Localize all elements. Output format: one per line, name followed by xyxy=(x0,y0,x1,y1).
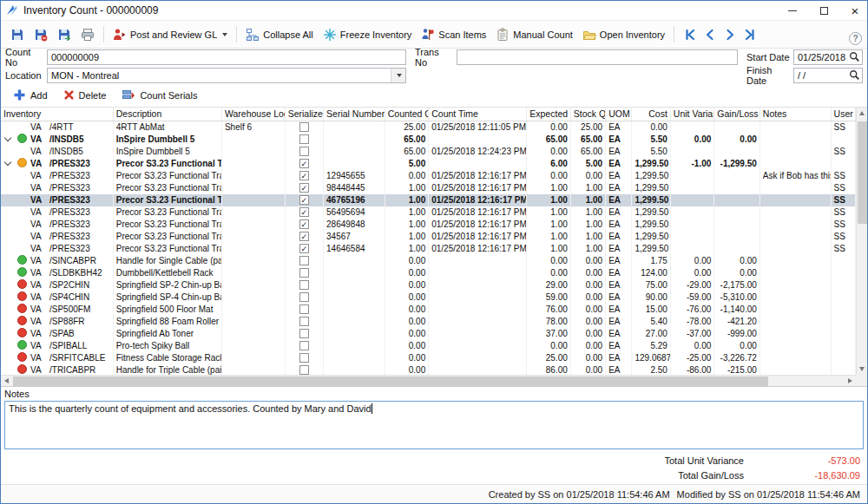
table-row[interactable]: VA/SPIBALL Pro-tech Spiky Ball 0.00 0.00… xyxy=(1,340,856,352)
serialized-checkbox[interactable]: ✓ xyxy=(299,232,309,241)
column-header-counted-qty[interactable]: Counted Qty xyxy=(385,108,428,121)
serialized-checkbox[interactable] xyxy=(299,134,309,144)
table-row[interactable]: VA/SP88FR Springfield 88 Foam Roller 0.0… xyxy=(1,316,856,328)
table-row[interactable]: VA/PRES323 Precor S3.23 Functional Train… xyxy=(1,219,856,231)
cell-uom: EA xyxy=(606,121,632,134)
table-row[interactable]: VA/SP500FM Springfield 500 Floor Mat 0.0… xyxy=(1,304,856,316)
serialized-checkbox[interactable] xyxy=(299,147,309,156)
location-dropdown[interactable]: MON - Montreal xyxy=(47,68,406,83)
minimize-button[interactable] xyxy=(787,4,798,16)
help-icon[interactable]: ? xyxy=(849,32,862,45)
close-button[interactable]: × xyxy=(850,4,860,16)
chevron-down-icon[interactable] xyxy=(391,69,405,82)
freeze-inventory-button[interactable]: Freeze Inventory xyxy=(319,24,417,45)
print-button[interactable] xyxy=(76,24,99,45)
serialized-checkbox[interactable] xyxy=(299,256,309,265)
column-header-description[interactable]: Description xyxy=(113,108,221,121)
table-row[interactable]: VA/PRES323 Precor S3.23 Functional Train… xyxy=(1,158,856,170)
last-record-button[interactable] xyxy=(743,28,757,42)
total-gain-loss-label: Total Gain/Loss xyxy=(678,470,744,481)
table-row[interactable]: VA/PRES323 Precor S3.23 Functional Train… xyxy=(1,243,856,255)
serialized-checkbox[interactable] xyxy=(299,365,309,375)
serialized-checkbox[interactable] xyxy=(299,341,309,350)
cell-inventory: VA/SINCABPR xyxy=(1,255,113,267)
vertical-scroll-thumb[interactable] xyxy=(858,121,867,224)
serialized-checkbox[interactable] xyxy=(299,317,309,326)
trans-no-field[interactable] xyxy=(457,49,738,65)
search-icon[interactable] xyxy=(849,51,860,62)
table-row[interactable]: VA/SLDBKBH42 Dumbbell/Kettlebell Rack 0.… xyxy=(1,267,856,279)
scroll-down-arrow[interactable] xyxy=(859,367,865,371)
search-icon[interactable] xyxy=(849,69,860,81)
maximize-button[interactable] xyxy=(819,4,829,16)
table-row[interactable]: VA/PRES323 Precor S3.23 Functional Train… xyxy=(1,170,856,182)
serialized-checkbox[interactable]: ✓ xyxy=(299,183,309,193)
serialized-checkbox[interactable] xyxy=(299,292,309,302)
column-header-gain-loss[interactable]: Gain/Loss xyxy=(714,108,760,121)
finish-date-field[interactable]: / / xyxy=(793,68,863,83)
serialized-checkbox[interactable]: ✓ xyxy=(299,159,309,168)
add-button[interactable]: Add xyxy=(8,86,53,104)
table-row[interactable]: VA/SP4CHIN Springfield SP-4 Chin-up Bar … xyxy=(1,291,856,304)
column-header-serialized[interactable]: Serialized xyxy=(285,108,323,121)
start-date-field[interactable]: 01/25/2018 xyxy=(793,49,863,65)
serialized-checkbox[interactable]: ✓ xyxy=(299,195,309,205)
open-inventory-button[interactable]: Open Inventory xyxy=(578,24,669,45)
serialized-checkbox[interactable]: ✓ xyxy=(299,219,309,229)
count-no-field[interactable]: 000000009 xyxy=(47,49,406,65)
status-dot xyxy=(17,134,30,146)
column-header-count-time[interactable]: Count Time xyxy=(429,108,527,121)
column-header-inventory[interactable]: Inventory xyxy=(1,108,113,121)
save-new-button[interactable] xyxy=(53,24,76,45)
serialized-checkbox[interactable]: ✓ xyxy=(299,171,309,180)
table-row[interactable]: VA/PRES323 Precor S3.23 Functional Train… xyxy=(1,206,856,219)
serialized-checkbox[interactable] xyxy=(299,329,309,338)
table-row[interactable]: VA/SP2CHIN Springfield SP-2 Chin-up Bar … xyxy=(1,279,856,291)
table-row[interactable]: VA/SRFITCABLE Fitness Cable Storage Rack… xyxy=(1,352,856,364)
save-close-button[interactable] xyxy=(30,24,52,45)
scan-items-button[interactable]: Scan Items xyxy=(417,24,490,45)
collapse-all-button[interactable]: Collapse All xyxy=(241,24,317,45)
count-serials-button[interactable]: Count Serials xyxy=(116,86,202,105)
serialized-checkbox[interactable]: ✓ xyxy=(299,207,309,217)
save-button[interactable] xyxy=(6,24,29,45)
previous-record-button[interactable] xyxy=(703,28,717,42)
table-row[interactable]: VA/PRES323 Precor S3.23 Functional Train… xyxy=(1,194,856,206)
horizontal-scroll-thumb[interactable] xyxy=(13,376,768,386)
table-row[interactable]: VA/INSDB5 InSpire Dumbbell 5 65.00 65.00… xyxy=(1,134,856,146)
expand-caret[interactable] xyxy=(3,134,17,146)
column-header-uom[interactable]: UOM xyxy=(606,108,632,121)
first-record-button[interactable] xyxy=(683,28,697,42)
serialized-checkbox[interactable] xyxy=(299,280,309,290)
scroll-up-arrow[interactable] xyxy=(859,111,865,115)
serialized-checkbox[interactable] xyxy=(299,304,309,314)
column-header-warehouse-location[interactable]: Warehouse Location xyxy=(221,108,285,121)
table-row[interactable]: VA/PRES323 Precor S3.23 Functional Train… xyxy=(1,231,856,243)
table-row[interactable]: VA/SPAB Springfield Ab Toner 0.00 37.00 … xyxy=(1,328,856,340)
delete-button[interactable]: Delete xyxy=(58,87,112,103)
post-review-gl-button[interactable]: Post and Review GL xyxy=(108,24,232,45)
scroll-right-arrow[interactable] xyxy=(848,378,852,383)
table-row[interactable]: VA/INSDB5 InSpire Dumbbell 5 65.00 01/25… xyxy=(1,146,856,158)
column-header-user[interactable]: User xyxy=(831,108,855,121)
next-record-button[interactable] xyxy=(723,28,737,42)
serialized-checkbox[interactable] xyxy=(299,353,309,363)
column-header-expected-qty[interactable]: Expected Qty xyxy=(527,108,570,121)
vertical-scrollbar[interactable] xyxy=(856,108,867,375)
table-row[interactable]: VA/PRES323 Precor S3.23 Functional Train… xyxy=(1,182,856,194)
scroll-left-arrow[interactable] xyxy=(4,378,9,383)
serialized-checkbox[interactable] xyxy=(299,122,309,132)
notes-textarea[interactable]: This is the quarterly count of equipment… xyxy=(4,401,864,449)
column-header-serial-number[interactable]: Serial Number xyxy=(324,108,385,121)
column-header-notes[interactable]: Notes xyxy=(760,108,831,121)
expand-caret[interactable] xyxy=(3,158,17,170)
column-header-stock-qty[interactable]: Stock Qty xyxy=(570,108,605,121)
serialized-checkbox[interactable] xyxy=(299,268,309,278)
column-header-cost[interactable]: Cost xyxy=(632,108,670,121)
horizontal-scrollbar[interactable] xyxy=(1,375,856,386)
column-header-unit-variance[interactable]: Unit Variance xyxy=(670,108,713,121)
table-row[interactable]: VA/4RTT 4RTT AbMat Shelf 6 25.00 01/25/2… xyxy=(1,121,856,134)
table-row[interactable]: VA/SINCABPR Handle for Single Cable (pai… xyxy=(1,255,856,267)
serialized-checkbox[interactable]: ✓ xyxy=(299,244,309,253)
manual-count-button[interactable]: Manual Count xyxy=(491,24,577,45)
